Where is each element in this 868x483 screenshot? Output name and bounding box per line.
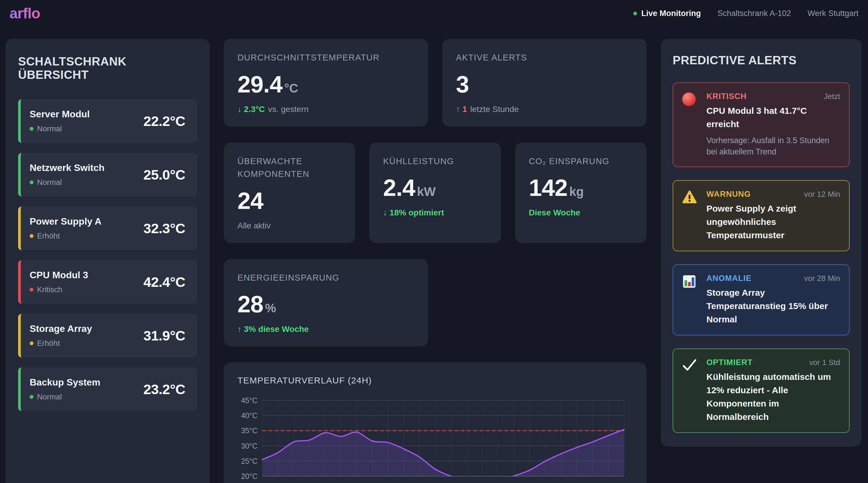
component-name: Backup System [30, 377, 100, 388]
stat-delta: ↓ 2.3°C vs. gestern [238, 105, 414, 114]
temperature-chart: 20°C25°C30°C35°C40°C45°C0h1h2h3h4h5h6h7h… [238, 392, 633, 483]
stat-label: ÜBERWACHTE KOMPONENTEN [238, 155, 342, 181]
stats-row-3: ENERGIEEINSPARUNG 28 % ↑ 3% diese Woche [224, 259, 647, 347]
component-temperature: 42.4°C [144, 274, 185, 290]
status-label: Normal [37, 124, 62, 133]
alert-message: Storage Array Temperaturanstieg 15% über… [707, 286, 840, 326]
component-temperature: 22.2°C [144, 113, 185, 129]
component-temperature: 25.0°C [144, 166, 185, 183]
component-info: Netzwerk Switch Normal [30, 162, 105, 187]
component-status: Erhöht [30, 231, 101, 240]
alert-time: vor 28 Min [804, 274, 840, 283]
component-status: Erhöht [30, 339, 92, 348]
svg-text:20°C: 20°C [241, 472, 258, 480]
delta-note: letzte Stunde [470, 105, 519, 114]
component-temperature: 31.9°C [144, 327, 185, 344]
alert-card-anomaly[interactable]: ANOMALIE vor 28 Min Storage Array Temper… [673, 264, 849, 335]
predictive-alerts-panel: PREDICTIVE ALERTS KRITISCH Jetzt CPU Mod… [661, 39, 862, 447]
live-monitoring-label: Live Monitoring [641, 9, 701, 18]
stat-number: 142 [529, 176, 567, 200]
cabinet-selector[interactable]: Schaltschrank A-102 [717, 9, 791, 18]
component-temperature: 32.3°C [144, 220, 185, 236]
alert-body: WARNUNG vor 12 Min Power Supply A zeigt … [707, 190, 840, 242]
component-item-storage-array[interactable]: Storage Array Erhöht 31.9°C [18, 314, 197, 357]
stat-unit: kW [417, 185, 436, 199]
svg-text:40°C: 40°C [241, 411, 258, 420]
component-status: Kritisch [30, 285, 88, 294]
stat-card-monitored-components: ÜBERWACHTE KOMPONENTEN 24 Alle aktiv [224, 142, 355, 243]
stat-label: KÜHLLEISTUNG [383, 155, 487, 168]
stat-number: 24 [238, 189, 263, 213]
stat-note: Alle aktiv [238, 221, 342, 230]
stat-card-avg-temperature: DURCHSCHNITTSTEMPERATUR 29.4 °C ↓ 2.3°C … [224, 39, 428, 127]
component-name: Power Supply A [30, 216, 101, 227]
status-label: Normal [37, 392, 62, 401]
alert-body: KRITISCH Jetzt CPU Modul 3 hat 41.7°C er… [707, 92, 840, 158]
alert-body: OPTIMIERT vor 1 Std Kühlleistung automat… [707, 358, 840, 423]
live-monitoring-status[interactable]: Live Monitoring [633, 9, 701, 18]
stat-unit: °C [284, 81, 298, 95]
status-label: Erhöht [37, 231, 60, 240]
alert-time: vor 12 Min [804, 190, 840, 199]
component-name: Server Modul [30, 109, 90, 120]
alert-message: Power Supply A zeigt ungewöhnliches Temp… [707, 202, 840, 242]
component-item-netzwerk-switch[interactable]: Netzwerk Switch Normal 25.0°C [18, 153, 197, 196]
component-name: Netzwerk Switch [30, 162, 105, 173]
logo[interactable]: arflo [9, 5, 40, 22]
delta-value: ↓ 18% optimiert [383, 208, 444, 218]
temperature-chart-card: TEMPERATURVERLAUF (24H) 20°C25°C30°C35°C… [224, 362, 647, 483]
component-item-backup-system[interactable]: Backup System Normal 23.2°C [18, 367, 197, 411]
status-label: Kritisch [37, 285, 62, 294]
alert-message: CPU Modul 3 hat 41.7°C erreicht [707, 104, 840, 131]
alert-card-warning[interactable]: WARNUNG vor 12 Min Power Supply A zeigt … [673, 180, 849, 251]
component-item-power-supply-a[interactable]: Power Supply A Erhöht 32.3°C [18, 206, 197, 250]
stat-value: 2.4 kW [383, 176, 487, 200]
stats-row-2: ÜBERWACHTE KOMPONENTEN 24 Alle aktiv KÜH… [224, 142, 647, 243]
status-dot [30, 288, 33, 292]
stat-delta: ↑ 1 letzte Stunde [456, 105, 633, 114]
stat-card-co2-savings: CO₂ EINSPARUNG 142 kg Diese Woche [515, 142, 647, 243]
alert-header: WARNUNG vor 12 Min [707, 190, 840, 199]
stat-label: ENERGIEEINSPARUNG [238, 271, 414, 285]
alert-icon-wrap [682, 190, 699, 242]
component-info: Storage Array Erhöht [30, 323, 92, 348]
alert-card-optimized[interactable]: OPTIMIERT vor 1 Std Kühlleistung automat… [673, 349, 849, 433]
alert-card-critical[interactable]: KRITISCH Jetzt CPU Modul 3 hat 41.7°C er… [673, 83, 849, 167]
cabinet-overview-panel: SCHALTSCHRANK ÜBERSICHT Server Modul Nor… [6, 39, 210, 483]
stat-unit: kg [569, 185, 584, 199]
stat-label: CO₂ EINSPARUNG [529, 155, 633, 168]
svg-text:35°C: 35°C [241, 426, 258, 435]
stat-card-active-alerts: AKTIVE ALERTS 3 ↑ 1 letzte Stunde [442, 39, 647, 127]
stat-value: 24 [238, 189, 342, 213]
header-nav: Live Monitoring Schaltschrank A-102 Werk… [633, 9, 859, 18]
component-temperature: 23.2°C [144, 381, 185, 397]
stat-card-cooling-power: KÜHLLEISTUNG 2.4 kW ↓ 18% optimiert [369, 142, 501, 243]
component-info: Power Supply A Erhöht [30, 216, 101, 240]
stats-row-1: DURCHSCHNITTSTEMPERATUR 29.4 °C ↓ 2.3°C … [224, 39, 647, 127]
plant-selector[interactable]: Werk Stuttgart [808, 9, 859, 18]
status-dot [30, 181, 33, 184]
status-dot [30, 127, 33, 131]
alert-body: ANOMALIE vor 28 Min Storage Array Temper… [707, 274, 840, 326]
delta-value: ↑ 3% diese Woche [238, 324, 309, 334]
component-item-server-modul[interactable]: Server Modul Normal 22.2°C [18, 99, 197, 143]
alert-header: ANOMALIE vor 28 Min [707, 274, 840, 283]
delta-note: vs. gestern [268, 105, 309, 114]
status-dot [30, 234, 33, 238]
stat-label: AKTIVE ALERTS [456, 51, 633, 64]
component-name: Storage Array [30, 323, 92, 334]
alert-time: vor 1 Std [809, 358, 840, 367]
alert-severity: KRITISCH [707, 92, 747, 101]
stat-number: 29.4 [238, 73, 282, 96]
status-dot [30, 341, 33, 345]
alert-time: Jetzt [824, 92, 840, 101]
component-status: Normal [30, 124, 90, 133]
component-info: CPU Modul 3 Kritisch [30, 270, 88, 294]
delta-value: ↑ 1 [456, 105, 467, 114]
component-item-cpu-modul-3[interactable]: CPU Modul 3 Kritisch 42.4°C [18, 260, 197, 304]
live-status-dot [633, 11, 637, 15]
alert-severity: OPTIMIERT [707, 358, 753, 367]
stat-card-energy-savings: ENERGIEEINSPARUNG 28 % ↑ 3% diese Woche [224, 259, 428, 347]
alert-icon-wrap [682, 358, 699, 423]
status-label: Erhöht [37, 339, 60, 348]
